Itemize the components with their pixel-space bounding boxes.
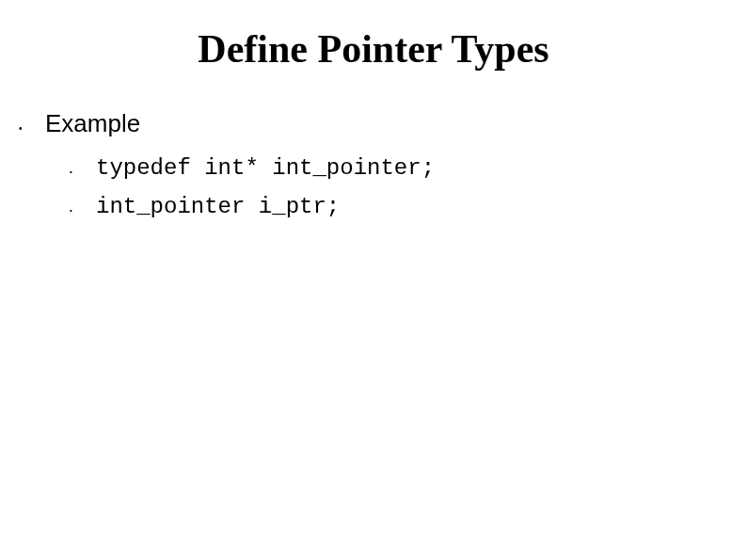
code-line: int_pointer i_ptr; xyxy=(96,194,340,219)
list-item: • int_pointer i_ptr; xyxy=(70,194,747,219)
sub-list: • typedef int* int_pointer; • int_pointe… xyxy=(19,155,747,219)
bullet-icon: • xyxy=(70,162,96,176)
slide-title: Define Pointer Types xyxy=(0,0,747,109)
slide-content: • Example • typedef int* int_pointer; • … xyxy=(0,109,747,219)
code-line: typedef int* int_pointer; xyxy=(96,155,435,181)
bullet-icon: • xyxy=(19,118,45,134)
list-item: • typedef int* int_pointer; xyxy=(70,155,747,181)
bullet-icon: • xyxy=(70,200,96,215)
list-item: • Example xyxy=(19,109,747,138)
section-label: Example xyxy=(45,109,140,138)
